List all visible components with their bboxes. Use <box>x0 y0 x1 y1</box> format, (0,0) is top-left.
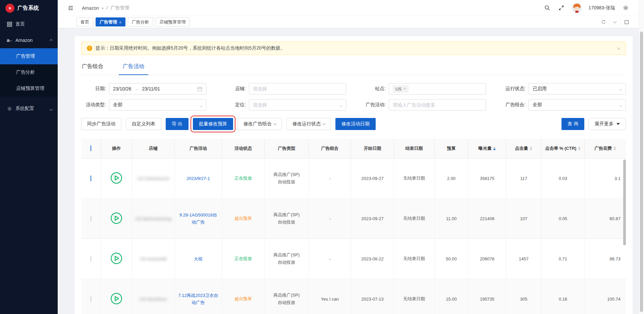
sidebar-item-ad-analysis[interactable]: 广告分析 <box>0 64 58 80</box>
play-icon[interactable] <box>110 212 123 225</box>
maximize-icon[interactable] <box>621 18 632 26</box>
sort-icons[interactable] <box>530 146 532 150</box>
run-status-select[interactable]: 已启用 <box>529 83 626 95</box>
search-icon[interactable] <box>544 4 551 12</box>
campaign-type-select[interactable]: 全部 <box>109 99 206 111</box>
refresh-icon[interactable] <box>598 18 609 26</box>
edit-portfolio-dropdown-button[interactable]: 修改广告组合 <box>237 118 282 130</box>
button-label: 展开更多 <box>595 121 613 127</box>
close-icon[interactable]: × <box>617 46 620 51</box>
chevron-down-icon <box>50 106 52 111</box>
sidebar-item-system-config[interactable]: 系统配置 <box>0 101 58 117</box>
budget-cell: 11.00 <box>434 198 468 239</box>
topbar-right: 170983-张瑞 <box>544 3 629 13</box>
table-scrollbar-thumb[interactable] <box>623 160 626 245</box>
tab-ad-manage[interactable]: 广告管理 x <box>96 17 125 26</box>
sidebar-item-amazon[interactable]: a Amazon <box>0 32 58 48</box>
end-date-cell: 无结束日期 <box>394 198 434 239</box>
select-all-checkbox[interactable] <box>91 145 91 151</box>
status-badge: 正在投放 <box>234 256 252 261</box>
portfolio-select[interactable]: 全部 <box>529 99 626 111</box>
query-button[interactable]: 查 询 <box>561 118 584 130</box>
collapse-menu-icon[interactable] <box>67 4 74 12</box>
targeting-select[interactable] <box>249 99 346 111</box>
sidebar-item-home[interactable]: 首页 <box>0 16 58 32</box>
sort-icons[interactable] <box>493 146 496 150</box>
fullscreen-icon[interactable] <box>558 4 565 12</box>
date-start[interactable]: 23/10/26 <box>113 86 131 91</box>
chevron-down-icon <box>620 102 622 108</box>
export-button[interactable]: 导 出 <box>166 118 189 130</box>
end-date-cell: 无结束日期 <box>394 239 434 279</box>
play-icon[interactable] <box>110 252 123 265</box>
date-range-picker[interactable]: 23/10/26 → 23/11/01 <box>109 83 206 95</box>
username[interactable]: 170983-张瑞 <box>589 5 615 11</box>
chevron-down-icon <box>620 86 622 91</box>
subtab-campaign[interactable]: 广告活动 <box>119 62 148 75</box>
close-icon[interactable]: x <box>119 20 121 24</box>
start-date-cell: 2023-09-27 <box>351 198 394 239</box>
tab-label: 广告分析 <box>132 19 149 25</box>
targeting-input[interactable] <box>253 102 340 108</box>
campaign-link[interactable]: 大组 <box>194 255 203 262</box>
edit-run-status-dropdown-button[interactable]: 修改运行状态 <box>286 118 331 130</box>
ctr-cell: 0.05 <box>541 198 585 239</box>
store-select[interactable] <box>249 83 346 95</box>
portfolio-cell: - <box>309 239 351 279</box>
field-date: 日期: 23/10/26 → 23/11/01 <box>81 83 206 95</box>
tab-home[interactable]: 首页 <box>76 17 93 26</box>
sync-campaigns-button[interactable]: 同步广告活动 <box>81 118 121 130</box>
row-checkbox[interactable] <box>91 216 91 222</box>
alert-text: 提示：日期采用绝对时间。例如选择5月20号，系统则统计各站点当地时间5月20号的… <box>96 45 285 51</box>
status-badge: 超出预算 <box>234 296 252 301</box>
col-clicks: 点击量 <box>506 139 541 158</box>
tab-tools <box>598 18 632 26</box>
col-ctr: 点击率 % (CTR) <box>541 139 585 158</box>
sort-icons[interactable] <box>613 146 616 150</box>
breadcrumb-root[interactable]: Amazon <box>82 5 99 11</box>
start-date-cell: 2023-09-27 <box>351 158 394 198</box>
campaign-link[interactable]: 9.28-1AG500018自动广告 <box>177 211 219 226</box>
main-area: Amazon / 广告管理 170983-张瑞 <box>58 0 644 314</box>
campaign-link[interactable]: 2023/9/27-1 <box>186 175 210 182</box>
sort-icons[interactable] <box>578 146 581 150</box>
clicks-cell: 117 <box>506 158 541 198</box>
col-spend: 广告花费 <box>585 139 626 158</box>
row-checkbox[interactable] <box>91 296 91 302</box>
tag-close-icon[interactable]: × <box>404 86 406 91</box>
calendar-icon <box>197 86 202 91</box>
custom-columns-button[interactable]: 自定义列表 <box>126 118 161 130</box>
chevron-down-icon <box>340 102 342 108</box>
tab-ad-analysis[interactable]: 广告分析 <box>128 17 153 26</box>
row-checkbox[interactable] <box>91 176 91 181</box>
chevron-up-icon <box>50 38 52 43</box>
store-name-blurred: US-xbxcbkxxx <box>140 297 167 302</box>
field-site: 站点: US × <box>361 83 486 95</box>
sidebar-item-ad-manage[interactable]: 广告管理 <box>0 48 58 64</box>
tab-store-budget[interactable]: 店铺预算管理 <box>156 17 190 26</box>
date-end[interactable]: 23/11/01 <box>142 86 160 91</box>
chevron-down-icon[interactable] <box>609 18 621 26</box>
site-select[interactable]: US × <box>389 83 486 95</box>
campaign-search-box[interactable] <box>389 99 486 111</box>
status-badge: 正在投放 <box>234 176 252 181</box>
play-icon[interactable] <box>110 292 123 305</box>
row-checkbox[interactable] <box>91 256 91 262</box>
avatar[interactable] <box>572 3 582 13</box>
status-badge: 超出预算 <box>234 216 252 221</box>
page-scrollbar[interactable] <box>639 0 644 314</box>
page-scrollbar-thumb[interactable] <box>640 32 643 312</box>
sidebar-item-store-budget[interactable]: 店铺预算管理 <box>0 80 58 97</box>
targeting-label: 定位: <box>221 102 246 108</box>
col-budget: 预算 <box>434 139 468 158</box>
campaign-search-input[interactable] <box>393 102 482 108</box>
expand-more-button[interactable]: 展开更多 <box>589 118 626 130</box>
batch-edit-budget-button[interactable]: 批量修改预算 <box>193 118 233 130</box>
edit-campaign-dates-button[interactable]: 修改活动日期 <box>335 118 376 130</box>
app-root: » 广告系统 首页 a Amazon 广告管理 广告分析 <box>0 0 644 314</box>
settings-gear-icon[interactable] <box>622 4 629 12</box>
campaign-link[interactable]: 7.12再战2023卫衣自动广告 <box>177 292 219 306</box>
store-input[interactable] <box>253 86 342 91</box>
play-icon[interactable] <box>110 172 123 184</box>
subtab-portfolio[interactable]: 广告组合 <box>81 62 107 75</box>
